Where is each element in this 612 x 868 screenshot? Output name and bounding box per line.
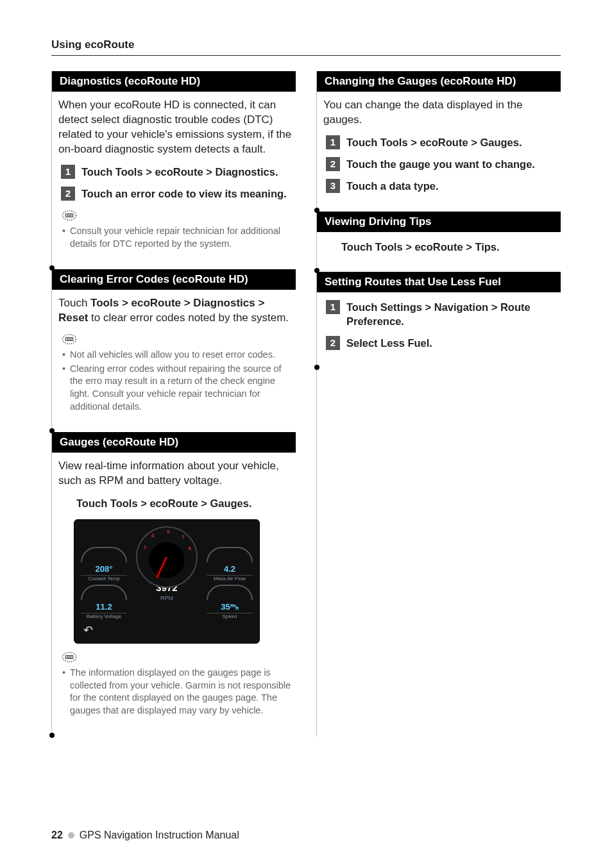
column-dot-icon — [49, 733, 55, 738]
gauge-value: 4.2 — [207, 563, 253, 576]
step-3: 3 Touch a data type. — [326, 179, 557, 193]
svg-rect-9 — [65, 656, 72, 659]
note-icon — [61, 650, 78, 664]
section-body: View real-time information about your ve… — [52, 459, 296, 732]
footer-title: GPS Navigation Instruction Manual — [80, 830, 239, 841]
section-title-clearing: Clearing Error Codes (ecoRoute HD) — [52, 269, 296, 290]
svg-point-0 — [62, 211, 76, 221]
gauge-label: Mass Air Flow — [207, 576, 253, 582]
step-text: Touch Tools > ecoRoute > Diagnostics. — [81, 165, 278, 179]
gauge-label: RPM — [135, 594, 199, 602]
note-icon — [61, 208, 78, 222]
page-number: 22 — [51, 830, 63, 841]
step-text: Touch the gauge you want to change. — [346, 157, 535, 171]
footer-bullet-icon — [68, 832, 74, 839]
step-1: 1 Touch Settings > Navigation > Route Pr… — [326, 300, 557, 329]
note-list: Consult your vehicle repair technician f… — [58, 225, 292, 250]
gauge-arc-icon — [207, 585, 253, 600]
section-body: 1 Touch Settings > Navigation > Route Pr… — [317, 300, 561, 365]
section-title-less-fuel: Setting Routes that Use Less Fuel — [317, 272, 561, 292]
section-changing-gauges: Changing the Gauges (ecoRoute HD) You ca… — [317, 71, 561, 212]
gauge-value: 11.2 — [81, 601, 127, 614]
note-item: Consult your vehicle repair technician f… — [62, 225, 292, 250]
step-number-icon: 3 — [326, 179, 340, 193]
step-text: Select Less Fuel. — [346, 336, 432, 350]
step-text: Touch an error code to view its meaning. — [81, 187, 287, 201]
section-body: You can change the data displayed in the… — [317, 98, 561, 208]
step-number-icon: 2 — [326, 336, 340, 350]
section-diagnostics: Diagnostics (ecoRoute HD) When your ecoR… — [52, 71, 296, 269]
header-rule — [51, 55, 561, 56]
step-number-icon: 1 — [61, 165, 75, 179]
gauge-battery: 11.2 Battery Voltage — [81, 585, 127, 620]
note-icon — [61, 332, 78, 346]
section-body: When your ecoRoute HD is connected, it c… — [52, 98, 296, 265]
gauge-value: 208° — [81, 563, 127, 576]
section-title-tips: Viewing Driving Tips — [317, 212, 561, 232]
step-1: 1 Touch Tools > ecoRoute > Gauges. — [326, 135, 557, 149]
gauge-value: 35ᵐₕ — [207, 601, 253, 614]
intro-text: When your ecoRoute HD is connected, it c… — [58, 98, 292, 157]
step-text: Touch a data type. — [346, 179, 439, 193]
section-title-diagnostics: Diagnostics (ecoRoute HD) — [52, 71, 296, 92]
step-2: 2 Touch an error code to view its meanin… — [61, 187, 292, 201]
svg-rect-1 — [65, 214, 72, 217]
note-list: The information displayed on the gauges … — [58, 667, 292, 717]
gauge-coolant: 208° Coolant Temp — [81, 547, 127, 582]
gauge-speed: 35ᵐₕ Speed — [207, 585, 253, 620]
section-driving-tips: Viewing Driving Tips Touch Tools > ecoRo… — [317, 212, 561, 272]
gauge-arc-icon — [81, 585, 127, 600]
step-2: 2 Select Less Fuel. — [326, 336, 557, 350]
step-1: 1 Touch Tools > ecoRoute > Diagnostics. — [61, 165, 292, 179]
section-title-gauges: Gauges (ecoRoute HD) — [52, 432, 296, 453]
gauge-label: Battery Voltage — [81, 614, 127, 620]
section-body: Touch Tools > ecoRoute > Diagnostics > R… — [52, 296, 296, 428]
back-arrow-icon: ↶ — [81, 622, 253, 638]
tachometer-icon: 1 3 5 7 8 — [136, 526, 198, 588]
note-item: Not all vehicles will allow you to reset… — [62, 349, 292, 362]
section-title-changing-gauges: Changing the Gauges (ecoRoute HD) — [317, 71, 561, 92]
section-clearing-error-codes: Clearing Error Codes (ecoRoute HD) Touch… — [52, 269, 296, 432]
note-item: The information displayed on the gauges … — [62, 667, 292, 717]
note-item: Clearing error codes without repairing t… — [62, 363, 292, 413]
svg-rect-5 — [65, 338, 72, 341]
two-column-layout: Diagnostics (ecoRoute HD) When your ecoR… — [51, 71, 561, 737]
step-number-icon: 2 — [326, 157, 340, 171]
gauge-arc-icon — [81, 547, 127, 562]
gauges-screenshot: 208° Coolant Temp 1 3 5 7 8 3972 — [74, 519, 260, 644]
section-body: Touch Tools > ecoRoute > Tips. — [317, 240, 561, 268]
step-single: Touch Tools > ecoRoute > Tips. — [341, 240, 557, 254]
step-single: Touch Tools > ecoRoute > Gauges. — [76, 496, 292, 510]
column-dot-icon — [314, 365, 319, 370]
svg-point-4 — [62, 335, 76, 344]
body-pre: Touch — [58, 297, 90, 309]
body-post: to clear error codes noted by the system… — [88, 312, 289, 324]
step-text: Touch Tools > ecoRoute > Gauges. — [346, 135, 522, 149]
section-less-fuel: Setting Routes that Use Less Fuel 1 Touc… — [317, 272, 561, 369]
step-2: 2 Touch the gauge you want to change. — [326, 157, 557, 171]
gauge-label: Speed — [207, 614, 253, 620]
gauge-arc-icon — [207, 547, 253, 562]
note-list: Not all vehicles will allow you to reset… — [58, 349, 292, 413]
gauge-label: Coolant Temp — [81, 576, 127, 582]
intro-text: You can change the data displayed in the… — [323, 98, 557, 128]
step-text: Touch Tools > ecoRoute > Gauges. — [76, 496, 252, 510]
step-number-icon: 1 — [326, 135, 340, 149]
intro-text: View real-time information about your ve… — [58, 459, 292, 488]
step-text: Touch Settings > Navigation > Route Pref… — [346, 300, 557, 329]
left-column: Diagnostics (ecoRoute HD) When your ecoR… — [51, 71, 296, 737]
step-text: Touch Tools > ecoRoute > Tips. — [341, 240, 500, 254]
page-footer: 22 GPS Navigation Instruction Manual — [51, 830, 239, 841]
step-number-icon: 2 — [61, 187, 75, 201]
svg-point-8 — [62, 653, 76, 662]
gauge-rpm: 1 3 5 7 8 3972 RPM — [135, 526, 199, 602]
step-number-icon: 1 — [326, 300, 340, 314]
gauge-massair: 4.2 Mass Air Flow — [207, 547, 253, 582]
page-header: Using ecoRoute — [51, 38, 561, 51]
right-column: Changing the Gauges (ecoRoute HD) You ca… — [316, 71, 561, 737]
section-gauges: Gauges (ecoRoute HD) View real-time info… — [52, 432, 296, 736]
